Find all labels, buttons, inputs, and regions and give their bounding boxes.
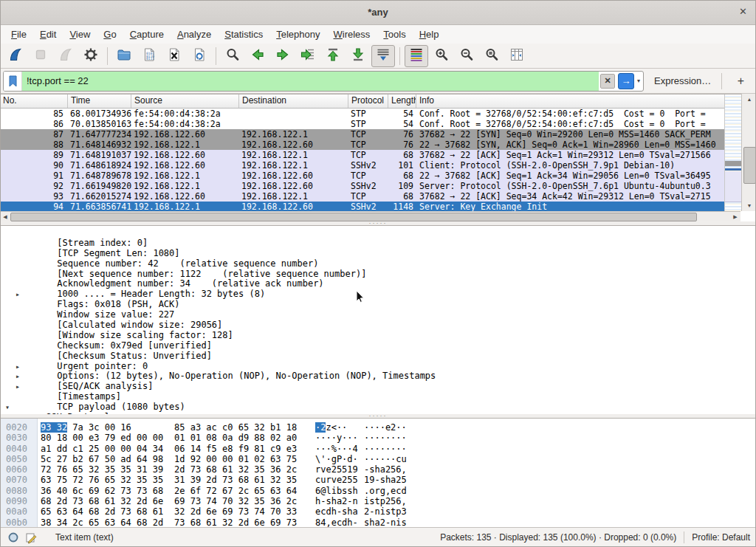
menu-item[interactable]: Statistics	[218, 27, 269, 42]
go-forward-button[interactable]	[271, 45, 295, 67]
packet-row[interactable]: 90 71.648618924 192.168.122.60 192.168.1…	[0, 160, 724, 171]
packet-row[interactable]: 92 71.661949820 192.168.122.1 192.168.12…	[0, 181, 724, 191]
start-capture-button[interactable]	[4, 45, 27, 67]
expand-arrow-icon[interactable]: ▸	[16, 289, 20, 300]
zoom-reset-button[interactable]	[480, 45, 504, 67]
detail-line[interactable]: TCP payload (1080 bytes)	[0, 392, 756, 402]
close-window-button[interactable]: ✕	[739, 6, 747, 17]
detail-line[interactable]: [Next sequence number: 1122 (relative se…	[0, 259, 756, 269]
colorize-packets-button[interactable]	[405, 45, 428, 67]
detail-line[interactable]: Urgent pointer: 0	[0, 351, 756, 362]
hex-row[interactable]: 00b038 34 2c 65 63 64 68 2d73 68 61 32 2…	[0, 517, 756, 527]
menu-item[interactable]: Edit	[33, 27, 63, 42]
detail-line[interactable]: Acknowledgment number: 34 (relative ack …	[0, 269, 756, 280]
column-header[interactable]: No.	[0, 94, 68, 108]
filter-bookmark-button[interactable]	[4, 72, 22, 91]
scroll-left-arrow-icon[interactable]: ◀	[0, 212, 10, 221]
hex-row[interactable]: 00a065 63 64 68 2d 73 68 6132 2d 6e 69 7…	[0, 506, 756, 517]
column-header[interactable]: Destination	[239, 94, 348, 108]
expert-info-button[interactable]	[7, 531, 19, 543]
resize-columns-button[interactable]	[505, 45, 529, 67]
capture-comment-button[interactable]	[25, 531, 38, 544]
close-file-button[interactable]	[162, 45, 186, 67]
hex-row[interactable]: 00505c 27 b2 67 50 ad 64 981d 92 00 00 0…	[0, 454, 756, 464]
stop-capture-button[interactable]	[29, 45, 52, 67]
menu-item[interactable]: Help	[413, 27, 446, 42]
packet-row[interactable]: 87 71.647777234 192.168.122.60 192.168.1…	[0, 129, 724, 140]
hex-row[interactable]: 009068 2d 73 68 61 32 2d 6e69 73 74 70 3…	[0, 496, 756, 506]
add-filter-button[interactable]: +	[732, 75, 749, 88]
packet-list-vscrollbar[interactable]: ▲ ▼	[741, 94, 756, 211]
capture-options-button[interactable]	[79, 45, 103, 67]
detail-line[interactable]: [Stream index: 0]	[0, 228, 756, 238]
detail-line[interactable]: ▸Flags: 0x018 (PSH, ACK)	[0, 289, 756, 300]
packet-row[interactable]: 86 70.013850163 fe:54:00:d4:38:2a STP 54…	[0, 119, 724, 129]
expand-arrow-icon[interactable]: ▸	[16, 382, 20, 392]
column-header[interactable]: Protocol	[348, 94, 388, 108]
menu-item[interactable]: Tools	[377, 27, 412, 42]
detail-line[interactable]: [Window size scaling factor: 128]	[0, 320, 756, 331]
restart-capture-button[interactable]	[54, 45, 78, 67]
hscroll-thumb[interactable]	[10, 213, 697, 221]
hex-row[interactable]: 008036 40 6c 69 62 73 73 682e 6f 72 67 2…	[0, 486, 756, 496]
go-to-bottom-button[interactable]	[346, 45, 370, 67]
column-header[interactable]: Time	[68, 94, 131, 108]
packet-row[interactable]: 89 71.648191037 192.168.122.60 192.168.1…	[0, 150, 724, 160]
zoom-out-button[interactable]	[455, 45, 478, 67]
detail-line[interactable]: 1000 .... = Header Length: 32 bytes (8)	[0, 279, 756, 289]
expand-arrow-icon[interactable]: ▾	[5, 402, 10, 413]
hex-row[interactable]: 0040a1 dd c1 25 00 00 04 3406 14 f5 e8 f…	[0, 444, 756, 454]
go-to-packet-button[interactable]	[296, 45, 320, 67]
packet-row[interactable]: 88 71.648146932 192.168.122.1 192.168.12…	[0, 140, 724, 150]
detail-line[interactable]: [TCP Segment Len: 1080]	[0, 238, 756, 249]
go-to-top-button[interactable]	[321, 45, 345, 67]
scroll-up-arrow-icon[interactable]: ▲	[742, 94, 756, 105]
auto-scroll-button[interactable]	[371, 45, 395, 67]
detail-line[interactable]: ▾SSH Protocol	[0, 402, 756, 413]
scroll-right-arrow-icon[interactable]: ▶	[730, 212, 740, 221]
find-packet-button[interactable]	[221, 45, 244, 67]
detail-line[interactable]: [Checksum Status: Unverified]	[0, 341, 756, 351]
detail-line[interactable]: ▸[SEQ/ACK analysis]	[0, 371, 756, 382]
detail-line[interactable]: ▸[Timestamps]	[0, 382, 756, 392]
hex-row[interactable]: 006072 76 65 32 35 35 31 392d 73 68 61 3…	[0, 464, 756, 475]
menu-item[interactable]: Wireless	[327, 27, 377, 42]
vscroll-thumb[interactable]	[743, 147, 756, 184]
menu-item[interactable]: Go	[97, 27, 123, 42]
display-filter-input[interactable]: !tcp.port == 22	[22, 72, 599, 91]
expand-arrow-icon[interactable]: ▸	[16, 371, 20, 382]
detail-line[interactable]: [Calculated window size: 29056]	[0, 310, 756, 320]
menu-item[interactable]: Telephony	[269, 27, 326, 42]
detail-line[interactable]: Window size value: 227	[0, 300, 756, 310]
menu-item[interactable]: View	[63, 27, 97, 42]
packet-row[interactable]: 91 71.648789678 192.168.122.1 192.168.12…	[0, 171, 724, 181]
scroll-down-arrow-icon[interactable]: ▼	[742, 200, 756, 211]
column-header[interactable]: Info	[416, 94, 756, 108]
detail-line[interactable]: ▸Options: (12 bytes), No-Operation (NOP)…	[0, 362, 756, 372]
detail-line[interactable]: Checksum: 0x79ed [unverified]	[0, 331, 756, 341]
hex-row[interactable]: 003080 18 00 e3 79 ed 00 0001 01 08 0a d…	[0, 433, 756, 443]
menu-item[interactable]: Analyze	[171, 27, 218, 42]
column-header[interactable]: Length	[388, 94, 416, 108]
open-file-button[interactable]	[112, 45, 136, 67]
go-back-button[interactable]	[246, 45, 269, 67]
packet-row[interactable]: 85 68.001734936 fe:54:00:d4:38:2a STP 54…	[0, 109, 724, 119]
expand-arrow-icon[interactable]: ▸	[16, 362, 20, 372]
reload-file-button[interactable]	[188, 45, 211, 67]
packet-list-minimap[interactable]	[724, 94, 742, 211]
save-file-button[interactable]: 010101100111	[137, 45, 161, 67]
expression-button[interactable]: Expression…	[654, 75, 711, 86]
menu-item[interactable]: Capture	[123, 27, 171, 42]
filter-apply-button[interactable]: →	[618, 73, 634, 89]
zoom-in-button[interactable]	[430, 45, 453, 67]
hex-row[interactable]: 0020c0 a8 7a 3c 00 16 93 3285 a3 ac c0 6…	[0, 422, 756, 433]
packet-row[interactable]: 94 71.663856741 192.168.122.1 192.168.12…	[0, 202, 724, 212]
column-header[interactable]: Source	[131, 94, 239, 108]
menu-item[interactable]: File	[4, 27, 33, 42]
packet-row[interactable]: 93 71.662015274 192.168.122.60 192.168.1…	[0, 191, 724, 202]
detail-line[interactable]: Sequence number: 42 (relative sequence n…	[0, 249, 756, 259]
hex-row[interactable]: 007063 75 72 76 65 32 35 3531 39 2d 73 6…	[0, 475, 756, 485]
status-profile[interactable]: Profile: Default	[692, 532, 750, 543]
filter-dropdown-caret[interactable]: ▾	[637, 78, 640, 84]
filter-clear-button[interactable]: ✕	[600, 74, 615, 89]
